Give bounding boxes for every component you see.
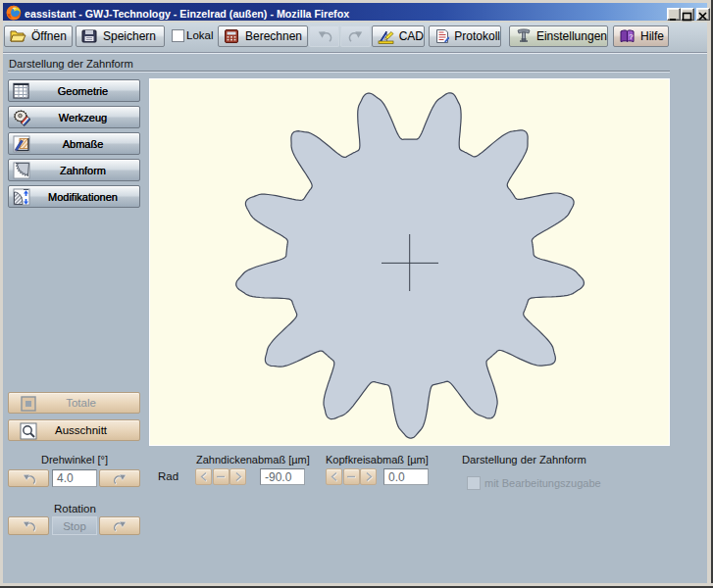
svg-text:?: ? [629,32,634,41]
